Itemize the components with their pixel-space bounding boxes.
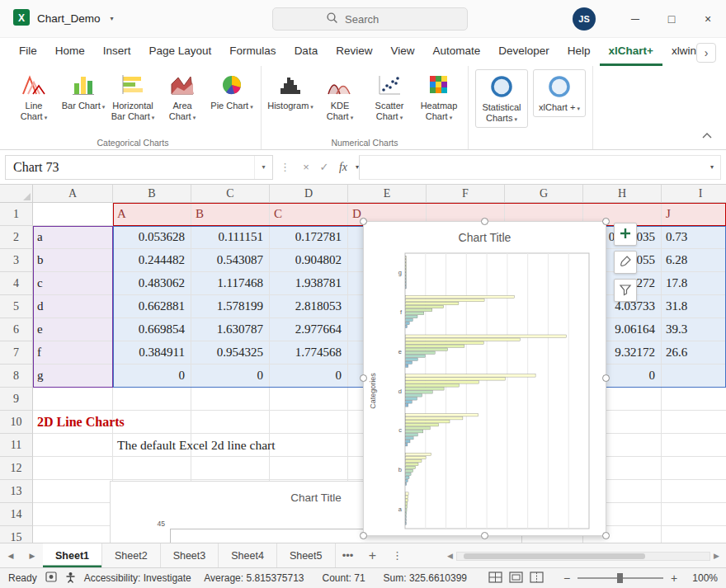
scroll-left-icon[interactable]: ◀ — [447, 552, 453, 560]
cell-D6[interactable]: 2.977664 — [270, 318, 348, 341]
cell-D7[interactable]: 1.774568 — [270, 341, 348, 365]
cell-I6[interactable]: 39.3 — [662, 318, 726, 341]
column-header-e[interactable]: E — [348, 185, 427, 203]
cell-I9[interactable] — [662, 388, 726, 411]
ribbon-tab-xlchart[interactable]: xlChart+ — [600, 38, 662, 66]
row-header-6[interactable]: 6 — [0, 318, 33, 341]
row-header-12[interactable]: 12 — [0, 457, 33, 480]
cell-C9[interactable] — [191, 388, 270, 411]
add-sheet-button[interactable]: + — [361, 543, 385, 567]
cell-A15[interactable] — [33, 526, 113, 543]
cell-A11[interactable] — [33, 434, 113, 457]
column-header-h[interactable]: H — [583, 185, 662, 203]
cell-B10[interactable] — [113, 411, 191, 434]
cell-A2[interactable]: a — [33, 226, 113, 249]
column-header-d[interactable]: D — [270, 185, 348, 203]
zoom-percentage[interactable]: 100% — [685, 572, 718, 584]
row-header-5[interactable]: 5 — [0, 295, 33, 318]
page-break-view-icon[interactable] — [530, 572, 544, 586]
cell-C4[interactable]: 1.117468 — [191, 272, 270, 295]
cell-I7[interactable]: 26.6 — [662, 341, 726, 365]
row-header-11[interactable]: 11 — [0, 434, 33, 457]
sheet-tab-sheet3[interactable]: Sheet3 — [161, 543, 219, 567]
chart-styles-button[interactable] — [614, 251, 637, 274]
ribbon-overflow-button[interactable]: › — [696, 43, 716, 63]
collapse-ribbon-icon[interactable] — [701, 130, 713, 143]
cell-D10[interactable] — [270, 411, 348, 434]
zoom-slider-thumb[interactable] — [617, 573, 623, 583]
scrollbar-thumb[interactable] — [464, 553, 645, 559]
horizontal-scrollbar[interactable]: ◀ ▶ — [447, 550, 719, 562]
cell-C6[interactable]: 1.630787 — [191, 318, 270, 341]
ribbon-tab-view[interactable]: View — [381, 38, 423, 66]
column-header-g[interactable]: G — [505, 185, 583, 203]
cell-D12[interactable] — [270, 457, 348, 480]
row-header-14[interactable]: 14 — [0, 503, 33, 526]
cell-D1[interactable]: C — [270, 203, 348, 226]
sheet-tab-sheet5[interactable]: Sheet5 — [277, 543, 336, 567]
maximize-button[interactable]: □ — [653, 0, 690, 38]
cell-D4[interactable]: 1.938781 — [270, 272, 348, 295]
chevron-down-icon[interactable]: ▾ — [254, 156, 272, 179]
zoom-in-button[interactable]: + — [669, 572, 679, 585]
document-title[interactable]: Chart_Demo — [37, 12, 101, 25]
cell-D8[interactable]: 0 — [270, 365, 348, 388]
resize-handle[interactable] — [602, 218, 610, 225]
cell-D11[interactable] — [270, 434, 348, 457]
cell-A9[interactable] — [33, 388, 113, 411]
selected-chart[interactable]: Chart Title gfedcbaCategories — [363, 221, 606, 536]
resize-handle[interactable] — [481, 218, 488, 225]
ribbon-button-scatter-chart[interactable]: Scatter Chart▾ — [365, 69, 413, 125]
sheet-tab-sheet1[interactable]: Sheet1 — [43, 543, 102, 567]
cell-D2[interactable]: 0.172781 — [270, 226, 348, 249]
sheet-nav-left-icon[interactable]: ◀ — [0, 543, 21, 567]
chevron-down-icon[interactable]: ▾ — [111, 15, 114, 22]
cell-B3[interactable]: 0.244482 — [113, 249, 191, 272]
cell-A7[interactable]: f — [33, 341, 113, 365]
ribbon-button-horizontal-bar-chart[interactable]: Horizontal Bar Chart▾ — [109, 69, 157, 125]
cell-I4[interactable]: 17.8 — [662, 272, 726, 295]
sheet-nav-right-icon[interactable]: ▶ — [21, 543, 43, 567]
cell-C5[interactable]: 1.578199 — [191, 295, 270, 318]
chart-title[interactable]: Chart Title — [364, 222, 606, 248]
cell-I3[interactable]: 6.28 — [662, 249, 726, 272]
cell-D5[interactable]: 2.818053 — [270, 295, 348, 318]
column-header-i[interactable]: I — [662, 185, 726, 203]
resize-handle[interactable] — [602, 532, 610, 539]
minimize-button[interactable]: ─ — [617, 0, 653, 38]
ribbon-tab-home[interactable]: Home — [46, 38, 94, 66]
accessibility-icon[interactable] — [65, 572, 76, 586]
column-header-c[interactable]: C — [191, 185, 270, 203]
resize-handle[interactable] — [360, 218, 367, 225]
ribbon-tab-help[interactable]: Help — [559, 38, 600, 66]
zoom-slider[interactable] — [578, 577, 663, 579]
status-accessibility[interactable]: Accessibility: Investigate — [84, 572, 191, 584]
cell-I2[interactable]: 0.73 — [662, 226, 726, 249]
column-header-b[interactable]: B — [113, 185, 191, 203]
chevron-down-icon[interactable]: ▾ — [710, 163, 720, 171]
cell-C10[interactable] — [191, 411, 270, 434]
row-header-15[interactable]: 15 — [0, 526, 33, 543]
row-header-10[interactable]: 10 — [0, 411, 33, 434]
sheet-tab-sheet4[interactable]: Sheet4 — [219, 543, 277, 567]
ribbon-tab-data[interactable]: Data — [285, 38, 328, 66]
chart-elements-button[interactable] — [614, 223, 637, 246]
cell-B6[interactable]: 0.669854 — [113, 318, 191, 341]
ribbon-button-statistical-charts[interactable]: Statistical Charts▾ — [475, 69, 528, 128]
ribbon-tab-page-layout[interactable]: Page Layout — [140, 38, 221, 66]
cell-C2[interactable]: 0.111151 — [191, 226, 270, 249]
cancel-icon[interactable]: × — [297, 161, 315, 173]
scroll-right-icon[interactable]: ▶ — [714, 552, 719, 560]
ribbon-tab-review[interactable]: Review — [327, 38, 381, 66]
column-header-f[interactable]: F — [427, 185, 505, 203]
cell-C8[interactable]: 0 — [191, 365, 270, 388]
ribbon-button-line-chart[interactable]: Line Chart▾ — [10, 69, 58, 125]
cell-B4[interactable]: 0.483062 — [113, 272, 191, 295]
column-header-a[interactable]: A — [33, 185, 113, 203]
resize-handle[interactable] — [481, 532, 488, 539]
zoom-out-button[interactable]: − — [562, 572, 572, 585]
row-header-13[interactable]: 13 — [0, 480, 33, 503]
cell-B7[interactable]: 0.384911 — [113, 341, 191, 365]
cell-A8[interactable]: g — [33, 365, 113, 388]
scrollbar-track[interactable] — [456, 552, 710, 561]
